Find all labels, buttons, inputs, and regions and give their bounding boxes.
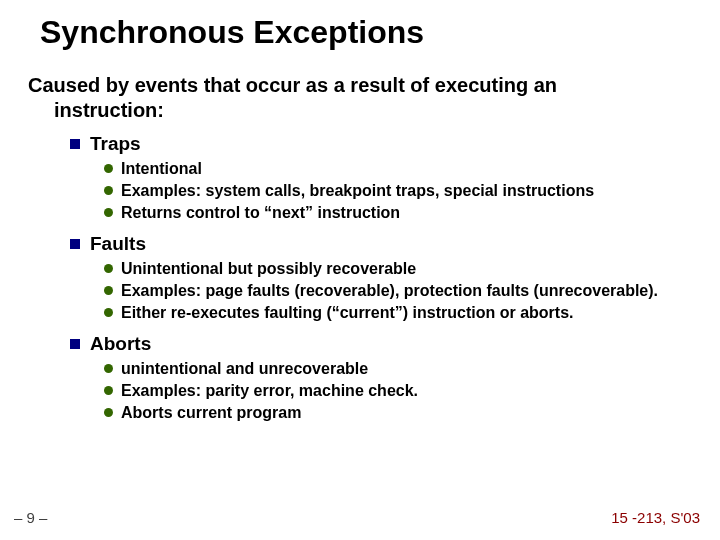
list-item: Returns control to “next” instruction (121, 203, 400, 223)
section-traps: Traps Intentional Examples: system calls… (70, 133, 692, 223)
list-item: Intentional (121, 159, 202, 179)
circle-bullet-icon (104, 408, 113, 417)
section-faults: Faults Unintentional but possibly recove… (70, 233, 692, 323)
circle-bullet-icon (104, 364, 113, 373)
lead-line-2: instruction: (28, 98, 692, 123)
lead-text: Caused by events that occur as a result … (28, 73, 692, 123)
list-item: unintentional and unrecoverable (121, 359, 368, 379)
course-tag: 15 -213, S'03 (611, 509, 700, 526)
circle-bullet-icon (104, 386, 113, 395)
list-item: Unintentional but possibly recoverable (121, 259, 416, 279)
circle-bullet-icon (104, 208, 113, 217)
section-heading: Faults (90, 233, 146, 255)
list-item: Either re-executes faulting (“current”) … (121, 303, 574, 323)
square-bullet-icon (70, 239, 80, 249)
circle-bullet-icon (104, 286, 113, 295)
list-item: Examples: parity error, machine check. (121, 381, 418, 401)
page-number: – 9 – (14, 509, 47, 526)
list-item: Aborts current program (121, 403, 301, 423)
circle-bullet-icon (104, 164, 113, 173)
section-heading: Traps (90, 133, 141, 155)
list-item: Examples: page faults (recoverable), pro… (121, 281, 658, 301)
list-item: Examples: system calls, breakpoint traps… (121, 181, 594, 201)
circle-bullet-icon (104, 186, 113, 195)
section-aborts: Aborts unintentional and unrecoverable E… (70, 333, 692, 423)
section-heading: Aborts (90, 333, 151, 355)
slide-title: Synchronous Exceptions (28, 14, 692, 51)
circle-bullet-icon (104, 264, 113, 273)
square-bullet-icon (70, 339, 80, 349)
circle-bullet-icon (104, 308, 113, 317)
lead-line-1: Caused by events that occur as a result … (28, 74, 557, 96)
square-bullet-icon (70, 139, 80, 149)
